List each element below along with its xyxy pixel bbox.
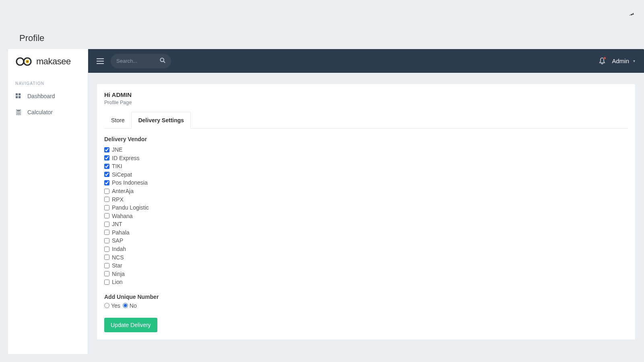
vendor-row[interactable]: ID Express xyxy=(104,154,628,162)
vendor-label: Pandu Logistic xyxy=(112,204,149,211)
vendor-label: SAP xyxy=(112,237,123,244)
logo-mark-icon xyxy=(15,57,34,66)
vendor-checkbox[interactable] xyxy=(104,230,109,235)
vendor-row[interactable]: Indah xyxy=(104,245,628,253)
vendor-row[interactable]: Pos Indonesia xyxy=(104,179,628,187)
vendor-checkbox[interactable] xyxy=(104,172,109,177)
vendor-row[interactable]: SiCepat xyxy=(104,171,628,179)
svg-line-20 xyxy=(163,61,165,63)
vendor-checkbox[interactable] xyxy=(104,164,109,169)
pin-icon xyxy=(627,11,636,19)
nav-heading: NAVIGATION xyxy=(8,74,88,88)
svg-point-19 xyxy=(160,58,164,62)
svg-rect-14 xyxy=(18,113,19,114)
vendor-list: JNEID ExpressTIKISiCepatPos IndonesiaAnt… xyxy=(104,146,628,286)
unique-yes-option[interactable]: Yes xyxy=(104,302,120,309)
vendor-checkbox[interactable] xyxy=(104,189,109,194)
unique-number-label: Add Unique Number xyxy=(104,294,628,300)
vendor-label: SiCepat xyxy=(112,171,132,178)
vendor-row[interactable]: Pahala xyxy=(104,228,628,237)
vendor-label: AnterAja xyxy=(112,187,134,195)
vendor-label: JNT xyxy=(112,220,122,228)
vendor-row[interactable]: TIKI xyxy=(104,162,628,171)
vendor-label: Ninja xyxy=(112,270,125,278)
menu-toggle-button[interactable] xyxy=(93,54,107,68)
svg-rect-4 xyxy=(16,93,18,95)
logo: makasee xyxy=(8,56,88,74)
calculator-icon xyxy=(15,109,22,115)
vendor-checkbox[interactable] xyxy=(104,238,109,243)
vendor-label: TIKI xyxy=(112,162,122,170)
vendor-checkbox[interactable] xyxy=(104,155,109,160)
svg-rect-10 xyxy=(17,112,18,113)
svg-rect-17 xyxy=(97,61,104,62)
vendor-checkbox[interactable] xyxy=(104,205,109,210)
card-subtitle: Profile Page xyxy=(104,100,628,105)
vendor-checkbox[interactable] xyxy=(104,197,109,202)
unique-number-options: Yes No xyxy=(104,302,628,309)
vendor-label: Pos Indonesia xyxy=(112,179,148,186)
sidebar-item-label: Calculator xyxy=(27,109,53,115)
vendor-row[interactable]: Wahana xyxy=(104,212,628,220)
search-icon xyxy=(160,58,165,63)
vendor-label: ID Express xyxy=(112,154,139,162)
unique-no-radio[interactable] xyxy=(123,303,128,308)
vendor-checkbox[interactable] xyxy=(104,263,109,268)
vendor-label: JNE xyxy=(112,146,122,153)
vendor-row[interactable]: AnterAja xyxy=(104,187,628,195)
vendor-checkbox[interactable] xyxy=(104,213,109,218)
svg-rect-15 xyxy=(19,113,20,114)
vendor-row[interactable]: Ninja xyxy=(104,269,628,278)
vendor-checkbox[interactable] xyxy=(104,147,109,152)
vendor-checkbox[interactable] xyxy=(104,271,109,276)
tab-delivery-settings[interactable]: Delivery Settings xyxy=(131,112,191,129)
profile-card: Hi ADMIN Profile Page Store Delivery Set… xyxy=(97,84,635,339)
vendor-checkbox[interactable] xyxy=(104,255,109,260)
search-input[interactable] xyxy=(116,58,160,64)
svg-rect-6 xyxy=(16,96,18,98)
vendor-row[interactable]: NCS xyxy=(104,253,628,261)
unique-yes-label: Yes xyxy=(111,302,120,309)
update-delivery-button[interactable]: Update Delivery xyxy=(104,318,157,332)
vendor-checkbox[interactable] xyxy=(104,222,109,227)
unique-no-option[interactable]: No xyxy=(123,302,137,309)
vendor-row[interactable]: JNT xyxy=(104,220,628,228)
vendor-checkbox[interactable] xyxy=(104,280,109,285)
logo-text: makasee xyxy=(36,56,71,67)
notifications-button[interactable] xyxy=(599,58,605,65)
vendor-checkbox[interactable] xyxy=(104,247,109,252)
main-area: Admin ▾ Hi ADMIN Profile Page Store Deli… xyxy=(88,49,644,354)
vendor-checkbox[interactable] xyxy=(104,180,109,185)
svg-rect-5 xyxy=(19,93,21,95)
tab-store[interactable]: Store xyxy=(104,112,131,129)
sidebar-item-label: Dashboard xyxy=(27,93,55,99)
card-title: Hi ADMIN xyxy=(104,91,628,98)
vendor-row[interactable]: JNE xyxy=(104,146,628,154)
vendor-label: Indah xyxy=(112,245,126,253)
user-name: Admin xyxy=(612,58,629,64)
unique-no-label: No xyxy=(130,302,137,309)
vendor-row[interactable]: SAP xyxy=(104,237,628,245)
chevron-down-icon: ▾ xyxy=(633,59,635,63)
sidebar: makasee NAVIGATION Dashboard Calculator xyxy=(8,49,88,354)
app-frame: makasee NAVIGATION Dashboard Calculator xyxy=(8,49,644,354)
vendor-row[interactable]: Pandu Logistic xyxy=(104,204,628,212)
svg-point-0 xyxy=(17,58,24,65)
user-menu[interactable]: Admin ▾ xyxy=(612,58,635,64)
vendor-label: Pahala xyxy=(112,229,130,236)
svg-rect-12 xyxy=(19,112,20,113)
vendor-row[interactable]: Star xyxy=(104,261,628,270)
svg-rect-16 xyxy=(97,58,104,59)
search-button[interactable] xyxy=(160,58,165,64)
svg-rect-18 xyxy=(97,63,104,64)
svg-rect-9 xyxy=(17,110,20,111)
page-title: Profile xyxy=(19,33,44,43)
vendor-label: NCS xyxy=(112,254,124,261)
vendor-row[interactable]: Lion xyxy=(104,278,628,286)
vendor-label: RPX xyxy=(112,196,124,203)
sidebar-item-calculator[interactable]: Calculator xyxy=(8,104,88,120)
unique-yes-radio[interactable] xyxy=(104,303,109,308)
vendor-row[interactable]: RPX xyxy=(104,195,628,204)
sidebar-item-dashboard[interactable]: Dashboard xyxy=(8,88,88,104)
content: Hi ADMIN Profile Page Store Delivery Set… xyxy=(88,73,644,354)
